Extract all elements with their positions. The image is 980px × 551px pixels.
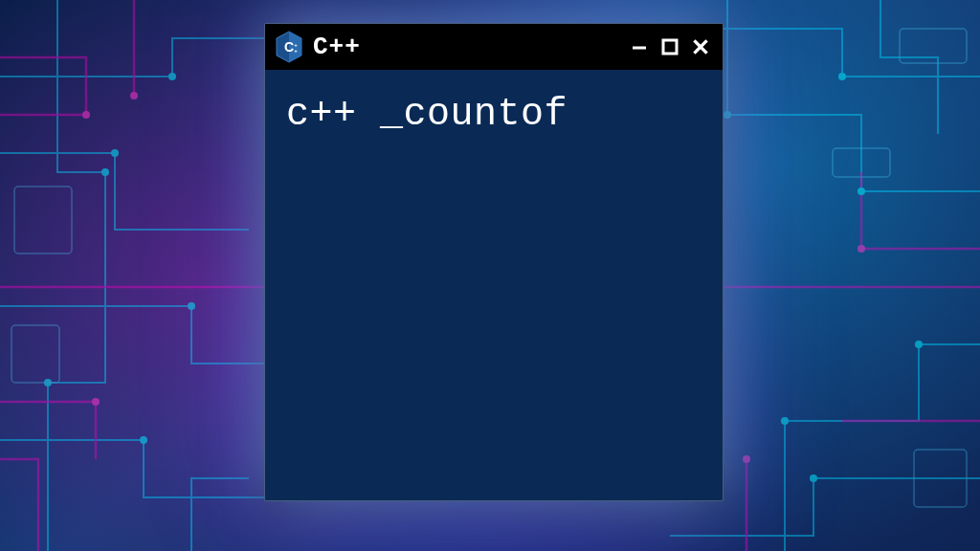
svg-point-5: [858, 187, 865, 195]
minimize-button[interactable]: [627, 34, 652, 59]
svg-text:C: C: [284, 39, 294, 55]
close-button[interactable]: [688, 34, 713, 59]
svg-point-3: [140, 436, 147, 444]
svg-point-12: [82, 111, 90, 119]
svg-rect-19: [11, 325, 59, 383]
svg-point-1: [111, 149, 119, 157]
svg-point-16: [743, 455, 750, 463]
svg-rect-28: [663, 40, 677, 54]
terminal-window: C + + C++ c++ _countof: [264, 23, 724, 501]
svg-point-11: [810, 474, 817, 482]
svg-point-4: [724, 111, 731, 119]
terminal-content: c++ _countof: [265, 70, 723, 159]
svg-point-15: [130, 92, 138, 99]
svg-point-7: [838, 73, 846, 80]
cpp-logo-icon: C + +: [275, 31, 303, 63]
svg-point-2: [188, 302, 195, 310]
window-title: C++: [313, 33, 617, 61]
titlebar[interactable]: C + + C++: [265, 24, 723, 70]
svg-point-0: [168, 73, 176, 80]
svg-text:+: +: [294, 48, 298, 54]
svg-point-14: [858, 245, 865, 253]
svg-rect-17: [14, 187, 72, 253]
svg-point-9: [101, 168, 109, 176]
window-controls: [627, 34, 713, 59]
maximize-button[interactable]: [657, 34, 682, 59]
code-text: c++ _countof: [286, 93, 702, 136]
svg-point-10: [915, 341, 923, 348]
svg-point-6: [781, 417, 789, 425]
svg-point-13: [92, 398, 100, 406]
